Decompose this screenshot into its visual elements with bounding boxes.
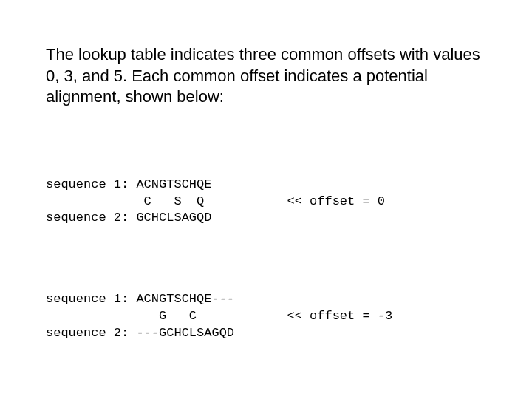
sequence-line: sequence 1: ACNGTSCHQE--- (46, 292, 234, 306)
alignment-block: sequence 1: ACNGTSCHQE----- CH << offset… (46, 389, 495, 399)
match-line: G C << offset = -3 (46, 309, 392, 323)
sequence-line: sequence 2: GCHCLSAGQD (46, 211, 211, 225)
sequence-line: sequence 2: ---GCHCLSAGQD (46, 326, 234, 340)
match-line: C S Q << offset = 0 (46, 194, 385, 208)
intro-paragraph: The lookup table indicates three common … (46, 44, 495, 108)
sequence-line: sequence 1: ACNGTSCHQE (46, 177, 211, 191)
alignment-block: sequence 1: ACNGTSCHQE--- G C << offset … (46, 274, 495, 342)
alignment-listing: sequence 1: ACNGTSCHQE C S Q << offset =… (46, 126, 495, 399)
alignment-block: sequence 1: ACNGTSCHQE C S Q << offset =… (46, 160, 495, 228)
document-page: The lookup table indicates three common … (0, 0, 532, 399)
